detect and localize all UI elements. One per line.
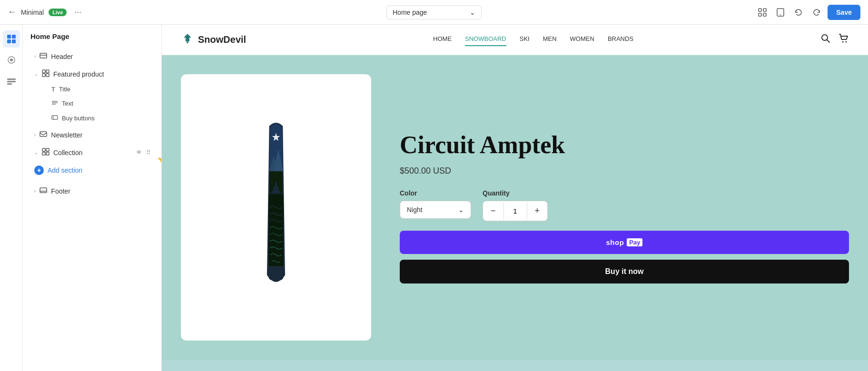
title-label: Title [59, 86, 70, 93]
section-row-header[interactable]: › Header [27, 48, 158, 65]
svg-point-42 [269, 274, 283, 281]
newsletter-label: Newsletter [51, 131, 152, 139]
nav-men[interactable]: MEN [543, 35, 557, 44]
buy-it-now-button[interactable]: Buy it now [400, 260, 849, 283]
section-row-featured-product[interactable]: ⌄ Featured product [27, 66, 158, 82]
section-row-footer[interactable]: › Footer [27, 183, 158, 199]
svg-rect-27 [42, 148, 45, 151]
sidebar-title: Home Page [23, 32, 161, 48]
logo-icon [181, 32, 194, 48]
undo-button[interactable] [791, 5, 806, 20]
back-icon[interactable]: ← [8, 7, 16, 17]
title-icon: T [51, 86, 55, 93]
quantity-control: − 1 + [483, 201, 548, 221]
svg-rect-24 [52, 116, 58, 119]
product-image [238, 117, 314, 298]
rail-grid-icon[interactable] [3, 72, 20, 89]
svg-rect-0 [759, 9, 761, 11]
visibility-icon[interactable]: 👁 [135, 148, 143, 157]
svg-point-10 [10, 59, 13, 61]
footer-section-icon [39, 186, 47, 195]
collection-label: Collection [53, 149, 131, 156]
svg-rect-13 [7, 81, 16, 82]
featured-product-children: T Title Text Buy buttons [23, 82, 161, 126]
shoppay-button[interactable]: shop Pay [400, 231, 849, 254]
svg-rect-1 [763, 9, 766, 11]
color-value: Night [407, 206, 423, 214]
more-button[interactable]: ··· [71, 6, 84, 18]
svg-rect-30 [46, 152, 49, 155]
sidebar-section-newsletter: › Newsletter [23, 127, 161, 143]
tablet-view-button[interactable] [773, 5, 788, 20]
topbar-center: Home page ⌄ [294, 5, 574, 20]
store-name: SnowDevil [198, 34, 246, 45]
svg-rect-20 [46, 74, 49, 77]
svg-rect-9 [12, 39, 16, 43]
search-icon[interactable] [820, 33, 831, 46]
quantity-increase-button[interactable]: + [527, 201, 548, 221]
store-logo: SnowDevil [181, 32, 246, 48]
nav-home[interactable]: HOME [433, 35, 452, 44]
nav-snowboard[interactable]: SNOWBOARD [465, 35, 506, 44]
product-image-box [181, 74, 371, 341]
svg-rect-8 [7, 39, 11, 43]
svg-line-35 [827, 40, 829, 43]
nav-women[interactable]: WOMEN [570, 35, 594, 44]
color-select[interactable]: Night ⌄ [400, 201, 471, 219]
add-section-plus-icon: + [34, 166, 44, 175]
sub-row-text[interactable]: Text [46, 96, 158, 111]
nav-brands[interactable]: BRANDS [608, 35, 633, 44]
sub-row-buy-buttons[interactable]: Buy buttons [46, 111, 158, 126]
sidebar-section-featured-product: ⌄ Featured product T Title Text [23, 66, 161, 126]
svg-rect-19 [42, 74, 45, 77]
store-actions [820, 33, 849, 46]
grid-select-button[interactable] [755, 5, 769, 20]
product-info: Circuit Amptek $500.00 USD Color Night ⌄… [400, 74, 849, 341]
svg-rect-29 [42, 152, 45, 155]
svg-rect-3 [763, 13, 766, 16]
section-row-collection[interactable]: ⌄ Collection 👁 ⠿ 🤚 [27, 144, 158, 161]
svg-point-33 [187, 41, 188, 43]
product-options: Color Night ⌄ Quantity − 1 + [400, 189, 849, 221]
svg-rect-6 [7, 35, 11, 39]
quantity-value: 1 [503, 203, 527, 220]
svg-rect-12 [7, 78, 16, 80]
product-price: $500.00 USD [400, 166, 849, 176]
sub-row-title[interactable]: T Title [46, 82, 158, 96]
sidebar-section-header: › Header [23, 48, 161, 65]
quantity-decrease-button[interactable]: − [483, 201, 503, 221]
topbar: ← Minimal Live ··· Home page ⌄ Save [0, 0, 868, 25]
svg-rect-17 [42, 70, 45, 73]
svg-point-36 [842, 41, 843, 43]
page-selector-value: Home page [393, 9, 427, 16]
collection-actions: 👁 ⠿ [135, 148, 152, 157]
sidebar-section-footer: › Footer [23, 183, 161, 199]
rail-layers-icon[interactable] [3, 51, 20, 68]
drag-icon[interactable]: ⠿ [145, 148, 152, 157]
topbar-left: ← Minimal Live ··· [8, 6, 288, 18]
collection-chevron-icon: ⌄ [34, 150, 38, 155]
collection-section-icon [42, 148, 49, 157]
section-row-newsletter[interactable]: › Newsletter [27, 127, 158, 143]
add-section-row[interactable]: + Add section [23, 162, 161, 179]
add-section-label: Add section [48, 166, 82, 174]
text-label: Text [62, 100, 73, 107]
featured-product-label: Featured product [53, 70, 152, 78]
header-label: Header [51, 53, 152, 60]
cart-icon[interactable] [838, 33, 849, 46]
icon-rail [0, 25, 23, 371]
svg-rect-14 [7, 83, 12, 85]
footer-chevron-icon: › [34, 188, 36, 194]
product-section: Circuit Amptek $500.00 USD Color Night ⌄… [162, 55, 868, 360]
save-button[interactable]: Save [828, 5, 860, 20]
quantity-option-group: Quantity − 1 + [483, 189, 548, 221]
redo-button[interactable] [809, 5, 824, 20]
nav-ski[interactable]: SKI [520, 35, 530, 44]
page-selector[interactable]: Home page ⌄ [386, 5, 482, 20]
quantity-label: Quantity [483, 189, 548, 197]
sidebar-section-collection: ⌄ Collection 👁 ⠿ 🤚 [23, 144, 161, 161]
color-dropdown-icon: ⌄ [458, 206, 464, 214]
svg-rect-28 [46, 148, 49, 151]
rail-sections-icon[interactable] [3, 30, 20, 48]
svg-rect-31 [40, 188, 47, 193]
